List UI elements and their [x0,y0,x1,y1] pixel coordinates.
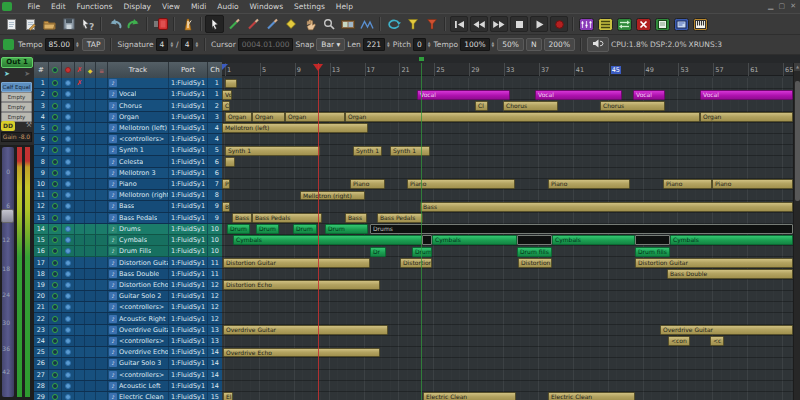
automation-toggle[interactable] [96,89,108,99]
solo-toggle[interactable] [75,370,85,380]
track-name[interactable]: ♪Acoustic Left [108,381,169,391]
scroll-up-icon[interactable]: ▲ [794,63,800,71]
clip-vocal[interactable]: Vocal [535,90,622,100]
solo-toggle[interactable] [75,392,85,400]
automation-toggle[interactable] [96,145,108,155]
monitor-toggle[interactable] [85,269,96,279]
solo-toggle[interactable] [75,280,85,290]
record-toggle[interactable] [49,358,62,368]
menu-file[interactable]: File [22,2,46,11]
monitor-toggle[interactable] [85,257,96,267]
clip-synth-1[interactable]: Synth 1 [390,146,430,156]
track-row-21[interactable]: 21♪<controllers>1:FluidSy112 [34,302,222,313]
automation-toggle[interactable] [96,381,108,391]
record-toggle[interactable] [49,269,62,279]
automation-toggle[interactable] [96,168,108,178]
automation-toggle[interactable] [96,134,108,144]
menu-audio[interactable]: Audio [212,2,244,11]
signature-num-field[interactable]: 4 [156,38,169,51]
record-toggle[interactable] [49,280,62,290]
monitor-toggle[interactable] [85,168,96,178]
clip-drums[interactable]: Drums [370,224,793,234]
record-arm-icon[interactable] [151,15,170,33]
time-ruler[interactable]: 1591317212529333741454953576165 [222,63,800,76]
track-row-7[interactable]: 7♪Synth 11:FluidSy15 [34,145,222,156]
rewind-icon[interactable] [470,16,488,32]
timeline-track-row-27[interactable] [222,370,800,381]
clip-organ[interactable]: Organ [225,112,252,122]
signature-num-spinner[interactable]: ▲▼ [170,42,173,48]
track-name[interactable]: ♪<controllers> [108,302,169,312]
solo-toggle[interactable] [75,347,85,357]
bus-output-icon[interactable]: ➤ [24,69,30,79]
track-row-2[interactable]: 2♪Vocal1:FluidSy11 [34,89,222,100]
automation-toggle[interactable] [96,190,108,200]
monitor-toggle[interactable] [85,370,96,380]
mute-toggle[interactable] [62,201,75,211]
tempo-map-icon[interactable] [3,39,14,50]
solo-toggle[interactable] [75,291,85,301]
track-row-24[interactable]: 24♪<controllers>1:FluidSy113 [34,336,222,347]
signature-den-field[interactable]: 4 [181,38,194,51]
clip[interactable] [225,157,235,167]
solo-toggle[interactable] [75,381,85,391]
new-session-icon[interactable] [2,15,21,33]
track-row-14[interactable]: 14♪Drums1:FluidSy110 [34,224,222,235]
track-name[interactable]: ♪<controllers> [108,336,169,346]
track-name[interactable]: ♪Overdrive Echo [108,347,169,357]
clip-distortion[interactable]: Distortion [400,258,432,268]
track-row-9[interactable]: 9♪Mellotron 31:FluidSy16 [34,168,222,179]
mute-toggle[interactable] [62,123,75,133]
mute-toggle[interactable] [62,156,75,166]
timeline-track-row-11[interactable]: Mellotron (right) [222,190,800,201]
record-toggle[interactable] [49,291,62,301]
record-toggle[interactable] [49,156,62,166]
clip-dr[interactable]: Dr [370,247,386,257]
normal-tempo-button[interactable]: N [526,38,542,51]
record-toggle[interactable] [49,112,62,122]
record-toggle[interactable] [49,213,62,223]
maximize-icon[interactable]: ▢ [779,2,786,11]
solo-toggle[interactable] [75,358,85,368]
record-toggle[interactable] [49,179,62,189]
track-row-23[interactable]: 23♪Overdrive Guitar1:FluidSy113 [34,325,222,336]
close-icon[interactable]: ✕ [790,2,796,11]
track-name[interactable]: ♪Bass Pedals [108,213,169,223]
timeline-track-row-19[interactable]: Distortion Echo [222,280,800,291]
automation-toggle[interactable] [96,269,108,279]
monitor-toggle[interactable] [85,78,96,88]
clip-bass[interactable]: Bass [232,213,252,223]
piano-window-icon[interactable] [691,15,710,33]
timeline-track-row-10[interactable]: PiPianoPianoPianoPianoPiano [222,179,800,190]
solo-toggle[interactable] [75,201,85,211]
mute-toggle[interactable] [62,246,75,256]
clip-drum[interactable]: Drum [412,247,432,257]
forward-icon[interactable] [490,16,508,32]
minimize-icon[interactable]: ▁ [768,2,773,11]
solo-toggle[interactable] [75,269,85,279]
track-row-11[interactable]: 11♪Mellotron (right)1:FluidSy18 [34,190,222,201]
snap-dropdown[interactable]: Bar ▾ [316,38,345,51]
record-toggle[interactable] [49,190,62,200]
track-row-17[interactable]: 17♪Distortion Guitar1:FluidSy111 [34,257,222,268]
select-tool-icon[interactable] [205,15,224,33]
timeline-track-row-1[interactable] [222,78,800,89]
mute-toggle[interactable] [62,224,75,234]
punch-in-icon[interactable] [403,15,422,33]
track-row-16[interactable]: 16♪Drum Fills1:FluidSy110 [34,246,222,257]
signature-den-spinner[interactable]: ▲▼ [195,42,198,48]
mute-toggle[interactable] [62,190,75,200]
cursor-field[interactable]: 0004.01.000 [238,38,294,51]
track-name[interactable]: ♪Overdrive Guitar [108,325,169,335]
mute-toggle[interactable] [62,168,75,178]
solo-toggle[interactable] [75,235,85,245]
record-toggle[interactable] [49,89,62,99]
hand-tool-icon[interactable] [300,15,319,33]
clip-bass[interactable]: Bass [420,202,793,212]
menu-help[interactable]: Help [330,2,358,11]
record-toggle[interactable] [49,302,62,312]
automation-toggle[interactable] [96,347,108,357]
track-row-4[interactable]: 4♪Organ1:FluidSy13 [34,112,222,123]
track-name[interactable]: ♪Electric Clean [108,392,169,400]
pitch-field[interactable]: 0 [413,38,426,51]
